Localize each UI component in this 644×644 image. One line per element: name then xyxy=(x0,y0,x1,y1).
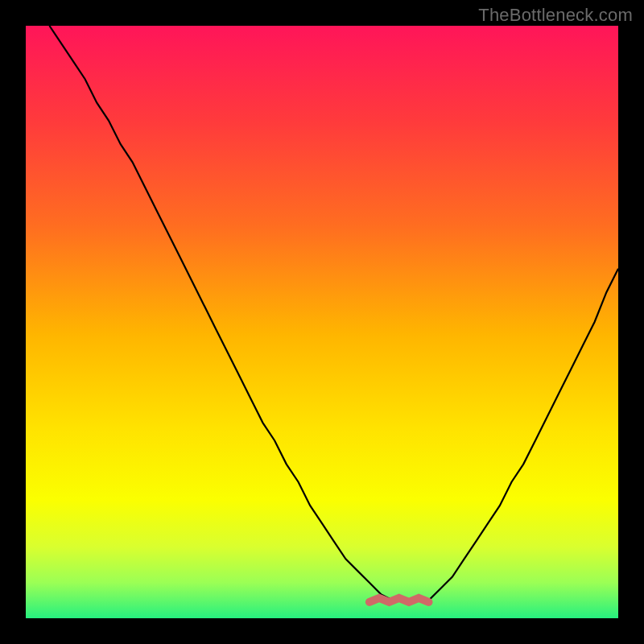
curve-line xyxy=(49,26,618,601)
watermark-text: TheBottleneck.com xyxy=(478,5,633,26)
chart-frame: TheBottleneck.com xyxy=(0,0,644,644)
bottleneck-curve xyxy=(26,26,618,618)
trough-marker xyxy=(369,598,429,602)
plot-area xyxy=(26,26,618,618)
